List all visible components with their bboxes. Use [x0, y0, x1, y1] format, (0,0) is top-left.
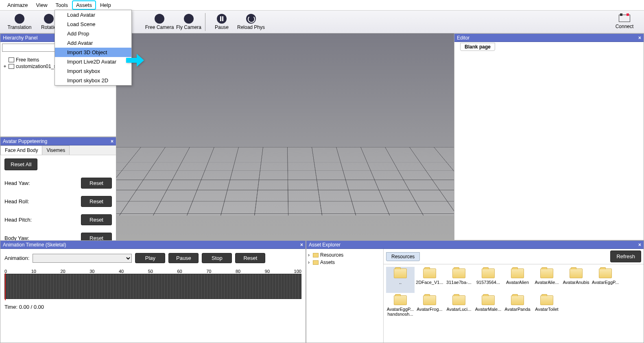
- folder-item[interactable]: AvatarAnubis: [562, 267, 590, 293]
- folder-item[interactable]: AvatarAlie...: [533, 267, 561, 293]
- folder-icon: [423, 295, 436, 305]
- param-head-pitch-label: Head Pitch:: [4, 217, 32, 223]
- menu-view[interactable]: View: [32, 0, 52, 10]
- tab-face-body[interactable]: Face And Body: [0, 145, 42, 155]
- folder-label: 2DFace_V1...: [416, 280, 443, 285]
- animation-label: Animation:: [4, 255, 29, 261]
- menu-animaze[interactable]: Animaze: [3, 0, 32, 10]
- menubar: Animaze View Tools Assets Help: [0, 0, 644, 11]
- folder-label: AvatarLuci...: [447, 307, 472, 312]
- folder-label: AvatarAlien: [506, 280, 529, 285]
- menu-tools[interactable]: Tools: [52, 0, 72, 10]
- folder-label: AvatarPanda: [504, 307, 530, 312]
- folder-label: AvatarEggP...handsnosh...: [386, 307, 415, 317]
- folder-label: AvatarFrog...: [417, 307, 442, 312]
- menu-import-live2d[interactable]: Import Live2D Avatar: [55, 57, 131, 66]
- folder-icon: [9, 57, 14, 62]
- folder-icon: [511, 295, 524, 305]
- puppet-header: Avatar Puppeteering×: [0, 137, 116, 145]
- folder-item[interactable]: AvatarAlien: [503, 267, 532, 293]
- refresh-button[interactable]: Refresh: [610, 251, 641, 262]
- tree-item-resources[interactable]: ›Resources: [308, 251, 382, 259]
- breadcrumb-resources[interactable]: Resources: [386, 252, 420, 261]
- tool-translation[interactable]: Translation: [5, 11, 34, 33]
- close-icon[interactable]: ×: [300, 242, 303, 248]
- tool-fly-camera[interactable]: Fly Camera: [174, 11, 203, 33]
- menu-load-scene[interactable]: Load Scene: [55, 20, 131, 29]
- folder-item[interactable]: AvatarFrog...: [415, 294, 444, 320]
- folder-item[interactable]: ..: [386, 267, 415, 293]
- folder-item[interactable]: AvatarPanda: [503, 294, 532, 320]
- menu-import-skybox[interactable]: Import skybox: [55, 66, 131, 76]
- menu-add-prop[interactable]: Add Prop: [55, 29, 131, 38]
- menu-add-avatar[interactable]: Add Avatar: [55, 38, 131, 48]
- tab-visemes[interactable]: Visemes: [42, 145, 70, 155]
- folder-item[interactable]: 311ae7ba-...: [445, 267, 473, 293]
- reset-head-roll-button[interactable]: Reset: [81, 196, 112, 207]
- grid-floor: [116, 147, 454, 215]
- folder-label: AvatarToilet: [535, 307, 558, 312]
- stop-button[interactable]: Stop: [202, 253, 232, 263]
- tool-reload-phys[interactable]: Reload Phys: [236, 11, 266, 33]
- tab-blank-page[interactable]: Blank page: [460, 43, 495, 51]
- reset-all-button[interactable]: Reset All: [4, 158, 37, 170]
- asset-explorer-header: Asset Explorer×: [306, 241, 644, 249]
- menu-import-skybox-2d[interactable]: Import skybox 2D: [55, 76, 131, 85]
- folder-icon: [9, 64, 14, 69]
- folder-label: ..: [399, 280, 402, 285]
- folder-icon: [452, 295, 465, 305]
- expand-icon[interactable]: +: [3, 64, 7, 69]
- play-button[interactable]: Play: [135, 253, 165, 263]
- folder-icon: [482, 268, 495, 278]
- assets-dropdown: Load Avatar Load Scene Add Prop Add Avat…: [55, 10, 132, 86]
- param-head-roll-label: Head Roll:: [4, 198, 29, 204]
- folder-label: AvatarMale...: [475, 307, 502, 312]
- viewport-3d[interactable]: [116, 33, 454, 240]
- tool-free-camera[interactable]: Free Camera: [145, 11, 174, 33]
- tool-pause[interactable]: Pause: [207, 11, 236, 33]
- pause-button[interactable]: Pause: [168, 253, 199, 263]
- close-icon[interactable]: ×: [638, 35, 641, 41]
- editor-header: Editor×: [454, 34, 644, 42]
- tree-item-assets[interactable]: ›Assets: [308, 259, 382, 266]
- folder-item[interactable]: AvatarToilet: [533, 294, 561, 320]
- menu-load-avatar[interactable]: Load Avatar: [55, 10, 131, 20]
- folder-icon: [423, 268, 436, 278]
- animation-select[interactable]: [33, 254, 132, 263]
- folder-item[interactable]: AvatarEggP...: [591, 267, 620, 293]
- folder-icon: [452, 268, 465, 278]
- animation-timeline-panel: Animation Timeline (Skeletal)× Animation…: [0, 240, 306, 343]
- folder-icon: [482, 295, 495, 305]
- folder-item[interactable]: AvatarLuci...: [445, 294, 473, 320]
- pointer-arrow-icon: [126, 53, 144, 70]
- folder-icon: [394, 295, 407, 305]
- folder-icon: [394, 268, 407, 278]
- reset-head-pitch-button[interactable]: Reset: [81, 214, 112, 225]
- folder-label: AvatarEggP...: [592, 280, 619, 285]
- toolbar-separator: [205, 13, 205, 31]
- folder-item[interactable]: 91573564...: [474, 267, 502, 293]
- timeline-track[interactable]: [4, 274, 301, 299]
- close-icon[interactable]: ×: [638, 242, 641, 248]
- reset-button[interactable]: Reset: [235, 253, 265, 263]
- menu-help[interactable]: Help: [96, 0, 115, 10]
- folder-item[interactable]: AvatarMale...: [474, 294, 502, 320]
- folder-icon: [511, 268, 524, 278]
- folder-icon: [540, 295, 553, 305]
- reset-head-yaw-button[interactable]: Reset: [81, 178, 112, 189]
- menu-import-3d-object[interactable]: Import 3D Object: [55, 48, 131, 57]
- folder-icon: [599, 268, 612, 278]
- folder-label: AvatarAnubis: [563, 280, 589, 285]
- close-icon[interactable]: ×: [111, 139, 114, 144]
- connect-icon: [619, 15, 630, 22]
- tool-connect[interactable]: Connect: [610, 11, 639, 33]
- asset-tree: ›Resources ›Assets: [306, 249, 384, 343]
- menu-assets[interactable]: Assets: [72, 0, 96, 10]
- folder-icon: [313, 253, 319, 257]
- param-head-yaw-label: Head Yaw:: [4, 180, 30, 186]
- folder-item[interactable]: AvatarEggP...handsnosh...: [386, 294, 415, 320]
- folder-item[interactable]: 2DFace_V1...: [415, 267, 444, 293]
- svg-marker-0: [126, 54, 144, 67]
- asset-explorer-panel: Asset Explorer× ›Resources ›Assets Resou…: [306, 240, 644, 343]
- editor-panel: Editor× Blank page: [454, 33, 644, 240]
